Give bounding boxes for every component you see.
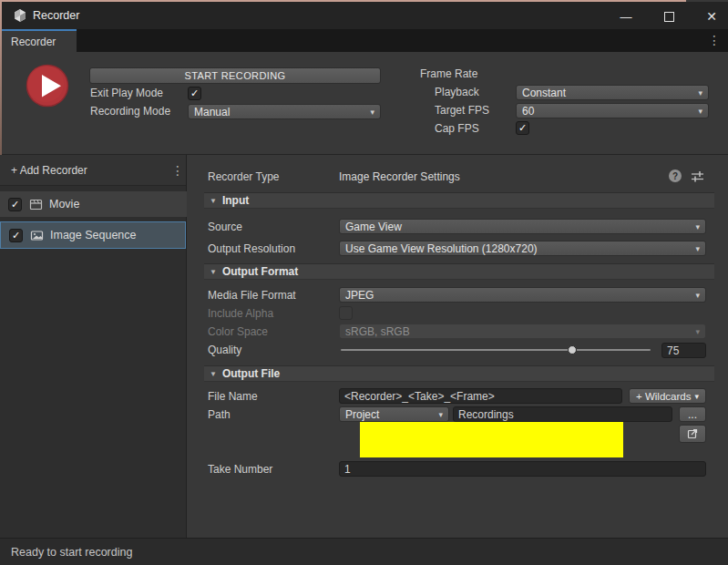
window-title: Recorder (33, 9, 79, 22)
section-title: Output Format (222, 265, 298, 278)
chevron-down-icon: ▾ (695, 244, 700, 253)
check-icon: ✓ (11, 199, 19, 211)
foldout-icon: ▼ (210, 370, 217, 378)
wildcards-button-label: + Wildcards (636, 391, 691, 402)
take-number-label: Take Number (208, 463, 272, 477)
maximize-button[interactable] (657, 5, 681, 27)
chevron-down-icon: ▾ (695, 291, 700, 300)
path-label: Path (208, 408, 231, 422)
target-fps-dropdown[interactable]: 60 ▾ (516, 103, 709, 118)
recorder-item-image-sequence[interactable]: ✓ Image Sequence (0, 221, 186, 249)
output-resolution-dropdown[interactable]: Use Game View Resolution (1280x720) ▾ (339, 241, 706, 256)
recorder-settings-panel: Recorder Type Image Recorder Settings ? … (188, 155, 728, 538)
start-recording-button[interactable]: START RECORDING (89, 67, 381, 84)
check-icon: ✓ (190, 87, 199, 99)
movie-icon (29, 198, 43, 211)
chevron-down-icon: ▾ (698, 107, 702, 116)
help-icon[interactable]: ? (669, 170, 682, 182)
source-value: Game View (345, 221, 402, 233)
slider-knob[interactable] (568, 345, 577, 354)
output-resolution-label: Output Resolution (208, 242, 295, 256)
title-bar: Recorder — ✕ (2, 2, 728, 29)
tab-bar: Recorder ⋮ (2, 29, 728, 52)
check-icon: ✓ (518, 122, 527, 134)
output-resolution-value: Use Game View Resolution (1280x720) (345, 242, 538, 255)
color-space-dropdown: sRGB, sRGB ▾ (339, 324, 706, 339)
recording-control-panel: START RECORDING Exit Play Mode ✓ Recordi… (2, 52, 728, 155)
check-icon: ✓ (12, 230, 20, 241)
path-root-value: Project (345, 408, 379, 421)
recorder-type-value: Image Recorder Settings (339, 170, 460, 184)
playback-value: Constant (522, 87, 566, 99)
output-format-section-header[interactable]: ▼ Output Format (204, 263, 714, 280)
maximize-icon (664, 12, 674, 22)
recording-mode-value: Manual (194, 106, 230, 118)
tab-label: Recorder (11, 36, 56, 48)
chevron-down-icon: ▾ (438, 410, 443, 419)
file-name-input[interactable]: <Recorder>_<Take>_<Frame> (339, 388, 622, 404)
preset-icon[interactable] (691, 170, 704, 183)
recording-mode-dropdown[interactable]: Manual ▾ (188, 104, 381, 119)
media-file-format-value: JPEG (345, 289, 374, 302)
recorder-list-header: + Add Recorder ⋮ (0, 155, 186, 186)
recorder-window: Recorder — ✕ Recorder ⋮ START RECORDING … (0, 0, 728, 565)
status-text: Ready to start recording (11, 546, 132, 559)
chevron-down-icon: ▾ (695, 222, 700, 231)
file-name-label: File Name (208, 390, 258, 404)
recording-mode-label: Recording Mode (90, 105, 170, 118)
cap-fps-checkbox[interactable]: ✓ (516, 121, 529, 135)
image-sequence-enabled-checkbox[interactable]: ✓ (9, 229, 23, 242)
slider-track[interactable] (341, 349, 651, 351)
recorder-list-panel: + Add Recorder ⋮ ✓ Movie ✓ (0, 155, 187, 538)
chevron-down-icon: ▾ (694, 392, 699, 401)
chevron-down-icon: ▾ (370, 108, 374, 117)
wildcards-button[interactable]: + Wildcards ▾ (629, 388, 706, 404)
quality-slider[interactable] (341, 345, 651, 354)
recorder-item-movie[interactable]: ✓ Movie (0, 191, 187, 217)
minimize-button[interactable]: — (614, 5, 638, 27)
source-dropdown[interactable]: Game View ▾ (339, 219, 706, 234)
include-alpha-checkbox (339, 306, 353, 320)
add-recorder-button[interactable]: + Add Recorder (11, 164, 87, 178)
chevron-down-icon: ▾ (695, 327, 700, 336)
tab-recorder[interactable]: Recorder (2, 29, 77, 52)
path-root-dropdown[interactable]: Project ▾ (339, 406, 449, 422)
exit-play-mode-checkbox[interactable]: ✓ (188, 87, 201, 100)
open-path-button[interactable] (679, 425, 706, 443)
cap-fps-label: Cap FPS (435, 122, 479, 136)
take-number-input[interactable]: 1 (339, 461, 706, 477)
quality-label: Quality (208, 344, 241, 357)
path-input[interactable]: Recordings (453, 406, 672, 422)
frame-rate-label: Frame Rate (420, 67, 477, 81)
recorder-item-label: Image Sequence (50, 229, 137, 241)
media-file-format-label: Media File Format (208, 289, 296, 303)
recorder-type-label: Recorder Type (208, 170, 280, 184)
tab-menu-icon[interactable]: ⋮ (708, 34, 721, 46)
target-fps-label: Target FPS (435, 104, 489, 118)
exit-play-mode-label: Exit Play Mode (90, 87, 163, 100)
recorder-item-label: Movie (49, 198, 79, 211)
source-label: Source (208, 221, 242, 234)
section-title: Input (222, 194, 249, 207)
include-alpha-label: Include Alpha (208, 307, 273, 321)
playback-dropdown[interactable]: Constant ▾ (516, 85, 709, 100)
record-button[interactable] (26, 64, 69, 108)
foldout-icon: ▼ (210, 268, 217, 276)
playback-label: Playback (435, 86, 479, 99)
section-title: Output File (222, 367, 280, 380)
output-file-section-header[interactable]: ▼ Output File (204, 365, 714, 382)
quality-value-field[interactable]: 75 (661, 343, 706, 358)
status-bar: Ready to start recording (0, 538, 728, 565)
recorder-list-menu-icon[interactable]: ⋮ (171, 164, 184, 177)
movie-enabled-checkbox[interactable]: ✓ (8, 198, 22, 211)
browse-path-button[interactable]: ... (679, 406, 706, 422)
unity-logo-icon (13, 8, 27, 23)
redacted-path-highlight (360, 422, 623, 457)
close-button[interactable]: ✕ (700, 5, 723, 27)
input-section-header[interactable]: ▼ Input (204, 192, 714, 209)
color-space-value: sRGB, sRGB (345, 325, 410, 338)
media-file-format-dropdown[interactable]: JPEG ▾ (339, 287, 706, 303)
image-icon (30, 229, 44, 242)
target-fps-value: 60 (522, 105, 534, 118)
open-external-icon (687, 428, 698, 439)
